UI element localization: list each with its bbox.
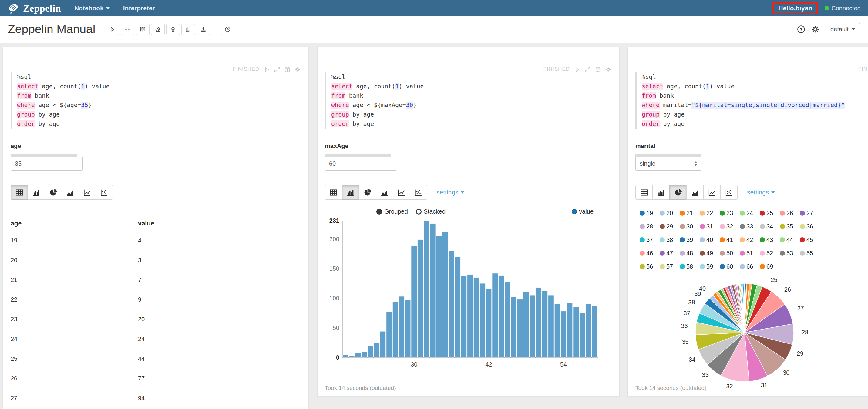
legend-item-52[interactable]: 52 [760, 246, 780, 260]
legend-item-39[interactable]: 39 [680, 233, 700, 246]
legend-item-48[interactable]: 48 [680, 246, 700, 260]
legend-item-42[interactable]: 42 [740, 233, 760, 246]
chart-tab-table[interactable] [636, 185, 653, 200]
paragraph-settings-button[interactable] [295, 67, 301, 72]
legend-item-43[interactable]: 43 [760, 233, 780, 246]
chart-settings-toggle[interactable]: settings [747, 189, 775, 196]
radio-stacked[interactable]: Stacked [416, 208, 445, 215]
legend-item-45[interactable]: 45 [800, 233, 820, 246]
expand-paragraph-button[interactable] [274, 67, 280, 72]
legend-item-28[interactable]: 28 [640, 220, 660, 233]
table-row: 194 [11, 231, 290, 250]
legend-item-19[interactable]: 19 [640, 206, 660, 220]
legend-item-40[interactable]: 40 [700, 233, 720, 246]
maxAge-input[interactable] [325, 156, 397, 171]
legend-item-27[interactable]: 27 [800, 206, 820, 220]
chart-tab-scatter[interactable] [720, 185, 738, 200]
menu-notebook[interactable]: Notebook [74, 4, 110, 12]
chart-tab-bar[interactable] [652, 185, 670, 200]
legend-item-57[interactable]: 57 [660, 260, 680, 273]
legend-item-55[interactable]: 55 [800, 246, 820, 260]
viz-tabs: settings [636, 185, 868, 200]
chart-tab-area[interactable] [376, 185, 393, 200]
chart-tab-scatter[interactable] [410, 185, 427, 200]
legend-item-21[interactable]: 21 [680, 206, 700, 220]
legend-item-47[interactable]: 47 [660, 246, 680, 260]
clone-note-button[interactable] [181, 24, 195, 35]
legend-item-25[interactable]: 25 [760, 206, 780, 220]
legend-item-23[interactable]: 23 [720, 206, 740, 220]
menu-interpreter[interactable]: Interpreter [123, 4, 155, 12]
chart-tab-bar[interactable] [28, 185, 45, 200]
legend-item-value[interactable]: value [572, 208, 593, 215]
gear-icon[interactable] [811, 25, 819, 33]
legend-item-29[interactable]: 29 [660, 220, 680, 233]
legend-item-59[interactable]: 59 [700, 260, 720, 273]
code-editor[interactable]: %sqlselect age, count(1) valuefrom bankw… [11, 72, 301, 129]
run-paragraph-button[interactable] [264, 67, 270, 72]
chart-tab-pie[interactable] [44, 185, 62, 200]
legend-item-41[interactable]: 41 [720, 233, 740, 246]
home-link[interactable]: Zeppelin [7, 2, 61, 14]
clear-output-button[interactable] [151, 24, 165, 35]
legend-item-38[interactable]: 38 [660, 233, 680, 246]
legend-item-31[interactable]: 31 [700, 220, 720, 233]
chart-tab-area[interactable] [686, 185, 704, 200]
chart-tab-line[interactable] [79, 185, 96, 200]
code-editor[interactable]: %sqlselect age, count(1) valuefrom bankw… [636, 72, 868, 129]
chart-tab-pie[interactable] [669, 185, 687, 200]
legend-item-35[interactable]: 35 [780, 220, 800, 233]
legend-item-24[interactable]: 24 [740, 206, 760, 220]
legend-item-30[interactable]: 30 [680, 220, 700, 233]
run-all-button[interactable] [105, 24, 119, 35]
toggle-editor-button[interactable] [595, 67, 601, 72]
help-icon[interactable]: ? [797, 25, 805, 33]
legend-item-46[interactable]: 46 [640, 246, 660, 260]
expand-paragraph-button[interactable] [585, 67, 590, 72]
legend-item-36[interactable]: 36 [800, 220, 820, 233]
export-note-button[interactable] [196, 24, 210, 35]
chart-tab-table[interactable] [325, 185, 342, 200]
paragraph-settings-button[interactable] [606, 67, 611, 72]
marital-select[interactable]: single [636, 156, 702, 171]
chart-tab-pie[interactable] [359, 185, 376, 200]
toggle-code-button[interactable] [121, 24, 134, 35]
legend-item-49[interactable]: 49 [700, 246, 720, 260]
legend-item-60[interactable]: 60 [720, 260, 740, 273]
legend-item-44[interactable]: 44 [780, 233, 800, 246]
radio-grouped[interactable]: Grouped [376, 208, 408, 215]
chart-tab-table[interactable] [11, 185, 28, 200]
age-input[interactable] [11, 156, 83, 171]
note-title[interactable]: Zeppelin Manual [8, 23, 95, 36]
legend-item-20[interactable]: 20 [660, 206, 680, 220]
legend-item-22[interactable]: 22 [700, 206, 720, 220]
legend-item-69[interactable]: 69 [760, 260, 780, 273]
legend-item-50[interactable]: 50 [720, 246, 740, 260]
chart-tab-scatter[interactable] [96, 185, 113, 200]
run-paragraph-button[interactable] [575, 67, 580, 72]
legend-item-33[interactable]: 33 [740, 220, 760, 233]
delete-note-button[interactable] [166, 24, 180, 35]
toggle-editor-button[interactable] [284, 67, 290, 72]
scheduler-button[interactable] [221, 24, 235, 35]
toggle-output-button[interactable] [136, 24, 150, 35]
chart-tab-line[interactable] [393, 185, 410, 200]
legend-item-51[interactable]: 51 [740, 246, 760, 260]
legend-item-58[interactable]: 58 [680, 260, 700, 273]
user-greeting[interactable]: Hello,biyan [772, 2, 818, 14]
legend-item-34[interactable]: 34 [760, 220, 780, 233]
chart-tab-bar[interactable] [342, 185, 359, 200]
bar-chart[interactable]: 050100150200231304254 [325, 217, 612, 371]
pie-chart[interactable]: 25262728293031323334353637383940 [651, 273, 868, 396]
legend-item-56[interactable]: 56 [640, 260, 660, 273]
legend-item-37[interactable]: 37 [640, 233, 660, 246]
interpreter-binding-button[interactable]: default [826, 23, 860, 35]
chart-tab-area[interactable] [62, 185, 79, 200]
legend-item-26[interactable]: 26 [780, 206, 800, 220]
legend-item-66[interactable]: 66 [740, 260, 760, 273]
code-editor[interactable]: %sqlselect age, count(1) valuefrom bankw… [325, 72, 612, 129]
legend-item-32[interactable]: 32 [720, 220, 740, 233]
chart-settings-toggle[interactable]: settings [436, 189, 464, 196]
chart-tab-line[interactable] [703, 185, 721, 200]
legend-item-53[interactable]: 53 [780, 246, 800, 260]
